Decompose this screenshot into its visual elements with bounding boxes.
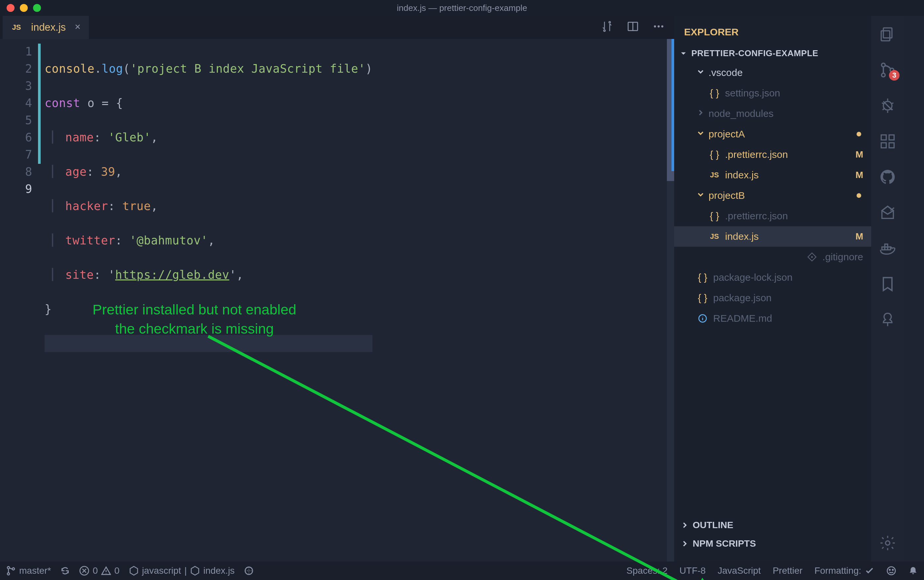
line-number: 2 bbox=[0, 60, 32, 77]
svg-point-7 bbox=[811, 256, 813, 258]
bookmark-icon[interactable] bbox=[879, 275, 896, 293]
js-file-icon: JS bbox=[708, 171, 721, 180]
tree-item-label: README.md bbox=[713, 313, 772, 324]
line-number: 7 bbox=[0, 146, 32, 163]
file-item[interactable]: { }settings.json bbox=[674, 83, 871, 104]
line-number: 9 bbox=[0, 180, 32, 198]
svg-point-1 bbox=[609, 21, 611, 23]
git-status-dot bbox=[856, 132, 861, 137]
tree-item-label: .vscode bbox=[708, 67, 742, 78]
js-file-icon: JS bbox=[708, 232, 721, 241]
explorer-title: EXPLORER bbox=[674, 21, 871, 46]
file-item[interactable]: JSindex.jsM bbox=[674, 165, 871, 185]
git-status-dot bbox=[856, 193, 861, 198]
svg-point-12 bbox=[882, 73, 885, 77]
json-file-icon: { } bbox=[708, 87, 721, 99]
svg-point-24 bbox=[886, 541, 890, 545]
editor-actions bbox=[601, 20, 672, 35]
extensions-icon[interactable] bbox=[879, 133, 896, 150]
tree-icon[interactable] bbox=[879, 311, 896, 328]
prettier-status[interactable]: Prettier bbox=[773, 565, 802, 576]
svg-point-31 bbox=[889, 569, 890, 570]
notifications-status[interactable] bbox=[908, 566, 918, 576]
split-editor-icon[interactable] bbox=[627, 20, 639, 35]
svg-rect-10 bbox=[881, 31, 890, 41]
close-tab-icon[interactable] bbox=[74, 21, 82, 33]
settings-gear-icon[interactable] bbox=[879, 534, 896, 552]
tree-item-label: index.js bbox=[725, 231, 759, 242]
git-status-badge: M bbox=[856, 170, 863, 180]
file-item[interactable]: README.md bbox=[674, 308, 871, 329]
folder-item[interactable]: projectA bbox=[674, 124, 871, 144]
language-mode-status[interactable]: JavaScript bbox=[718, 565, 761, 576]
svg-line-6 bbox=[208, 336, 714, 580]
svg-rect-9 bbox=[883, 28, 892, 38]
info-icon bbox=[696, 314, 709, 323]
json-file-icon: { } bbox=[696, 272, 709, 283]
svg-rect-16 bbox=[881, 135, 886, 140]
editor-group: JS index.js 1 2 bbox=[0, 16, 674, 562]
line-number-gutter: 1 2 3 4 5 6 7 8 9 bbox=[0, 39, 38, 562]
file-item[interactable]: .gitignore bbox=[674, 247, 871, 267]
debug-icon[interactable] bbox=[879, 97, 896, 114]
line-number: 5 bbox=[0, 112, 32, 129]
svg-point-4 bbox=[658, 25, 660, 27]
line-number: 1 bbox=[0, 43, 32, 60]
folder-item[interactable]: .vscode bbox=[674, 63, 871, 83]
chevron-down-icon bbox=[696, 190, 705, 201]
files-icon[interactable] bbox=[879, 26, 896, 43]
line-number: 4 bbox=[0, 94, 32, 112]
compare-icon[interactable] bbox=[601, 20, 613, 35]
svg-point-5 bbox=[661, 25, 663, 27]
formatting-status[interactable]: Formatting: bbox=[814, 565, 874, 576]
line-number: 6 bbox=[0, 129, 32, 146]
svg-point-30 bbox=[887, 567, 895, 575]
line-number: 3 bbox=[0, 77, 32, 94]
file-item[interactable]: { }package-lock.json bbox=[674, 267, 871, 288]
tree-item-label: projectA bbox=[708, 129, 745, 140]
annotation-text: Prettier installed but not enabled the c… bbox=[92, 300, 297, 338]
tree-item-label: node_modules bbox=[708, 108, 774, 119]
more-actions-icon[interactable] bbox=[652, 20, 665, 35]
activity-bar: 3 bbox=[871, 16, 904, 562]
js-file-icon: JS bbox=[10, 23, 23, 32]
tab-bar: JS index.js bbox=[0, 16, 674, 39]
svg-point-26 bbox=[7, 573, 10, 575]
tree-item-label: settings.json bbox=[725, 87, 780, 99]
svg-rect-17 bbox=[881, 143, 886, 148]
annotation-arrow bbox=[205, 333, 724, 580]
tree-item-label: .prettierrc.json bbox=[725, 149, 788, 160]
chevron-right-icon bbox=[696, 108, 705, 120]
github-icon[interactable] bbox=[879, 168, 896, 186]
tree-item-label: .gitignore bbox=[823, 251, 863, 263]
file-item[interactable]: { }package.json bbox=[674, 288, 871, 308]
tree-item-label: index.js bbox=[725, 170, 759, 181]
git-gutter bbox=[38, 39, 41, 562]
window-title: index.js — prettier-config-example bbox=[0, 3, 924, 13]
file-item[interactable]: { }.prettierrc.jsonM bbox=[674, 144, 871, 165]
json-file-icon: { } bbox=[708, 210, 721, 222]
svg-point-0 bbox=[604, 30, 606, 31]
gitignore-icon bbox=[805, 252, 818, 262]
sync-status[interactable] bbox=[60, 566, 70, 576]
file-item[interactable]: JSindex.jsM bbox=[674, 226, 871, 247]
tab-index-js[interactable]: JS index.js bbox=[3, 16, 89, 39]
source-control-icon[interactable]: 3 bbox=[879, 61, 896, 79]
chevron-down-icon bbox=[696, 67, 705, 79]
git-status-badge: M bbox=[856, 149, 863, 160]
title-bar: index.js — prettier-config-example bbox=[0, 0, 924, 16]
problems-status[interactable]: 0 0 bbox=[79, 565, 119, 576]
share-icon[interactable] bbox=[879, 204, 896, 221]
workspace-root[interactable]: PRETTIER-CONFIG-EXAMPLE bbox=[674, 46, 871, 61]
git-branch-status[interactable]: master* bbox=[6, 565, 51, 576]
editor-body[interactable]: 1 2 3 4 5 6 7 8 9 console.log('project B… bbox=[0, 39, 674, 562]
file-item[interactable]: { }.prettierrc.json bbox=[674, 206, 871, 226]
chevron-down-icon bbox=[696, 129, 705, 140]
svg-point-32 bbox=[892, 569, 893, 570]
folder-item[interactable]: projectB bbox=[674, 185, 871, 206]
feedback-status[interactable] bbox=[886, 566, 896, 576]
folder-item[interactable]: node_modules bbox=[674, 104, 871, 124]
line-number: 8 bbox=[0, 163, 32, 180]
docker-icon[interactable] bbox=[879, 240, 896, 257]
checkmark-icon bbox=[865, 566, 874, 576]
